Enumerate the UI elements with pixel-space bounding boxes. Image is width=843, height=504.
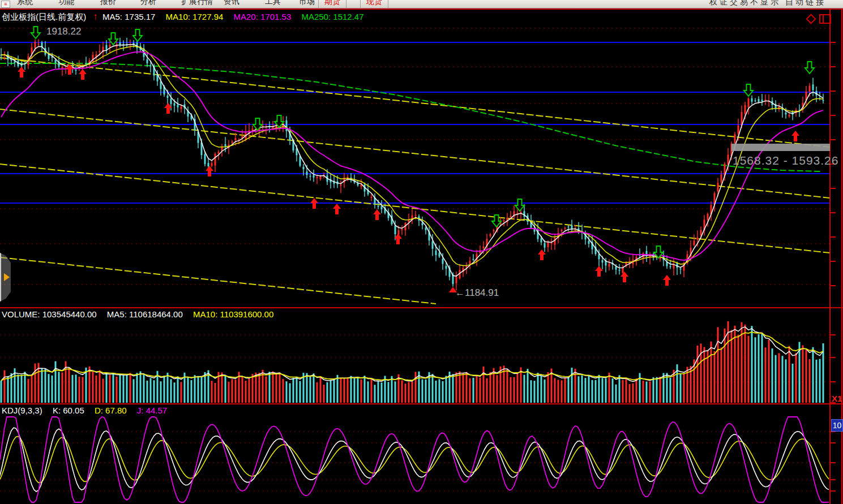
menu-item-system[interactable]: 系统 [17, 0, 33, 7]
ma20-value: MA20: 1701.53 [234, 12, 292, 21]
kdj-d-value: D: 67.80 [95, 406, 127, 415]
menu-item-function[interactable]: 功能 [58, 0, 74, 7]
kdj-header: KDJ(9,3,3) K: 60.05 D: 67.80 J: 44.57 [2, 406, 167, 415]
kdj-k-value: K: 60.05 [53, 406, 84, 415]
menu-item-futures[interactable]: 期货 [318, 0, 346, 8]
main-chart-header: 创业板指(日线.前复权) ↑ MA5: 1735.17 MA10: 1727.9… [2, 11, 364, 23]
trend-up-icon: ↑ [93, 11, 98, 22]
split-window-icon[interactable] [819, 14, 831, 24]
kdj-title: KDJ(9,3,3) [2, 406, 42, 415]
kdj-panel[interactable] [0, 417, 829, 502]
menu-item-tools[interactable]: 工具 [265, 0, 281, 7]
low-price-annotation: ←1184.91 [455, 287, 499, 299]
volume-ma10-value: MA10: 110391600.00 [193, 309, 273, 319]
main-panel-grid [0, 28, 830, 304]
instrument-title: 创业板指(日线.前复权) [2, 12, 86, 21]
menu-bar: ≡ 系统 功能 报价 分析 扩展行情 资讯 工具 市场 期货 现货 权证交易不显… [0, 0, 843, 8]
kdj-scale-badge: 10 [831, 419, 843, 432]
chart-canvas[interactable] [0, 0, 843, 504]
expand-arrow-icon [4, 273, 10, 281]
menu-item-market[interactable]: 市场 [299, 0, 315, 7]
ma5-value: MA5: 1735.17 [102, 12, 155, 21]
menu-item-news[interactable]: 资讯 [224, 0, 239, 7]
kdj-j-value: J: 44.57 [137, 406, 167, 415]
volume-ma5-value: MA5: 110618464.00 [107, 309, 183, 319]
price-axis [0, 9, 843, 504]
volume-header: VOLUME: 103545440.00 MA5: 110618464.00 M… [2, 309, 273, 319]
menu-item-spot[interactable]: 现货 [360, 0, 388, 8]
range-tooltip: 1568.32 - 1593.26 [733, 154, 838, 167]
app-icon[interactable]: ≡ [1, 1, 10, 8]
ma250-value: MA250: 1512.47 [301, 12, 363, 21]
volume-value: VOLUME: 103545440.00 [2, 309, 97, 319]
menu-right-status: 权证交易不显示 自动链接 [709, 0, 826, 7]
menu-item-analysis[interactable]: 分析 [140, 0, 156, 7]
high-price-annotation: 1918.22 [46, 26, 81, 37]
menu-item-quotes[interactable]: 报价 [100, 0, 116, 7]
menu-item-extended[interactable]: 扩展行情 [181, 0, 213, 7]
kdj-grid [0, 432, 830, 491]
main-price-panel[interactable] [1, 38, 824, 291]
range-tooltip-bar [731, 144, 830, 151]
pane-scale-label: X1 [832, 394, 842, 403]
volume-panel[interactable] [1, 321, 824, 403]
ma10-value: MA10: 1727.94 [166, 12, 224, 21]
